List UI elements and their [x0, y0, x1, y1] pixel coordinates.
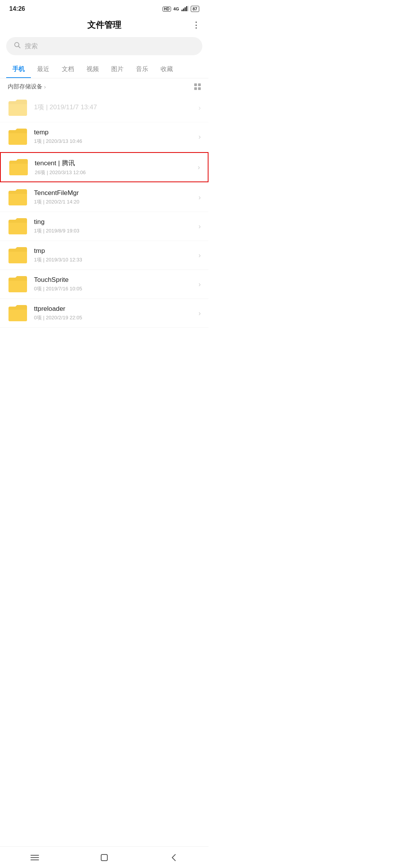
search-icon — [14, 42, 21, 51]
chevron-right-icon: › — [198, 280, 201, 288]
file-info: tencent | 腾讯 26项 | 2020/3/13 12:06 — [35, 159, 198, 176]
svg-rect-0 — [181, 10, 183, 11]
file-name: TencentFileMgr — [34, 189, 198, 197]
status-icons: HD 4G 87 — [163, 6, 199, 12]
folder-icon — [8, 128, 28, 146]
folder-icon — [8, 99, 28, 117]
list-item[interactable]: TencentFileMgr 1项 | 2020/2/1 14:20 › — [0, 183, 208, 212]
file-meta: 0项 | 2019/7/16 10:05 — [34, 285, 198, 292]
folder-icon — [8, 246, 28, 264]
file-info: tmp 1项 | 2019/3/10 12:33 — [34, 247, 198, 263]
svg-rect-3 — [186, 6, 187, 11]
file-name: ting — [34, 218, 198, 226]
signal-bars-icon — [181, 6, 188, 12]
list-item[interactable]: ttpreloader 0项 | 2020/2/19 22:05 › — [0, 299, 208, 328]
file-name: tencent | 腾讯 — [35, 159, 198, 168]
tab-music[interactable]: 音乐 — [130, 61, 154, 78]
breadcrumb-label: 内部存储设备 — [8, 83, 42, 90]
file-info: ttpreloader 0项 | 2020/2/19 22:05 — [34, 305, 198, 321]
view-toggle-button[interactable] — [194, 83, 201, 90]
list-item[interactable]: ting 1项 | 2019/8/9 19:03 › — [0, 212, 208, 241]
signal-4g-icon: 4G — [173, 7, 179, 11]
file-meta: 26项 | 2020/3/13 12:06 — [35, 169, 198, 176]
battery-icon: 87 — [191, 6, 199, 12]
chevron-right-icon: › — [198, 309, 201, 317]
file-meta: 1项 | 2019/3/10 12:33 — [34, 256, 198, 263]
chevron-right-icon: › — [198, 163, 200, 171]
chevron-right-icon: › — [198, 193, 201, 202]
file-info: TouchSprite 0项 | 2019/7/16 10:05 — [34, 276, 198, 292]
breadcrumb-chevron: › — [44, 84, 46, 90]
folder-icon — [8, 217, 28, 235]
file-name: temp — [34, 129, 198, 136]
list-item[interactable]: temp 1项 | 2020/3/13 10:46 › — [0, 122, 208, 151]
svg-rect-2 — [185, 7, 186, 11]
chevron-right-icon: › — [198, 222, 201, 231]
chevron-right-icon: › — [198, 133, 201, 141]
folder-icon — [8, 304, 28, 322]
folder-icon — [8, 158, 29, 176]
file-meta: 1项 | 2019/8/9 19:03 — [34, 227, 198, 234]
chevron-right-icon: › — [198, 251, 201, 259]
tab-photos[interactable]: 图片 — [105, 61, 130, 78]
tab-recent[interactable]: 最近 — [31, 61, 56, 78]
folder-icon — [8, 275, 28, 293]
tab-phone[interactable]: 手机 — [6, 61, 31, 78]
breadcrumb-row: 内部存储设备 › — [0, 78, 208, 93]
search-bar[interactable]: 搜索 — [6, 37, 202, 55]
file-name: ttpreloader — [34, 305, 198, 313]
file-info: temp 1项 | 2020/3/13 10:46 — [34, 129, 198, 145]
app-header: 文件管理 ⋮ — [0, 15, 208, 37]
hd-badge: HD — [163, 7, 171, 12]
file-meta: 0项 | 2020/2/19 22:05 — [34, 314, 198, 321]
folder-icon — [8, 188, 28, 206]
file-info: ting 1项 | 2019/8/9 19:03 — [34, 218, 198, 234]
svg-rect-4 — [188, 6, 188, 11]
tab-favorites[interactable]: 收藏 — [154, 61, 179, 78]
tab-docs[interactable]: 文档 — [56, 61, 80, 78]
svg-line-6 — [19, 46, 20, 48]
list-item[interactable]: 1项 | 2019/11/7 13:47 › — [0, 93, 208, 122]
list-item-tencent[interactable]: tencent | 腾讯 26项 | 2020/3/13 12:06 › — [0, 152, 208, 182]
file-info: 1项 | 2019/11/7 13:47 — [34, 103, 198, 113]
page-title: 文件管理 — [87, 19, 121, 31]
file-name: 1项 | 2019/11/7 13:47 — [34, 103, 198, 112]
file-info: TencentFileMgr 1项 | 2020/2/1 14:20 — [34, 189, 198, 205]
tab-bar: 手机 最近 文档 视频 图片 音乐 收藏 — [0, 61, 208, 78]
tab-video[interactable]: 视频 — [80, 61, 105, 78]
list-item[interactable]: tmp 1项 | 2019/3/10 12:33 › — [0, 241, 208, 270]
file-name: tmp — [34, 247, 198, 255]
svg-rect-1 — [183, 8, 184, 11]
file-list: 1项 | 2019/11/7 13:47 › temp 1项 | 2020/3/… — [0, 93, 208, 328]
list-item[interactable]: TouchSprite 0项 | 2019/7/16 10:05 › — [0, 270, 208, 299]
breadcrumb[interactable]: 内部存储设备 › — [8, 83, 46, 90]
file-name: TouchSprite — [34, 276, 198, 284]
chevron-right-icon: › — [198, 104, 201, 112]
more-menu-button[interactable]: ⋮ — [192, 20, 201, 30]
search-placeholder: 搜索 — [25, 42, 38, 51]
file-meta: 1项 | 2020/3/13 10:46 — [34, 138, 198, 145]
file-meta: 1项 | 2020/2/1 14:20 — [34, 198, 198, 205]
status-time: 14:26 — [9, 5, 25, 12]
status-bar: 14:26 HD 4G 87 — [0, 0, 208, 15]
